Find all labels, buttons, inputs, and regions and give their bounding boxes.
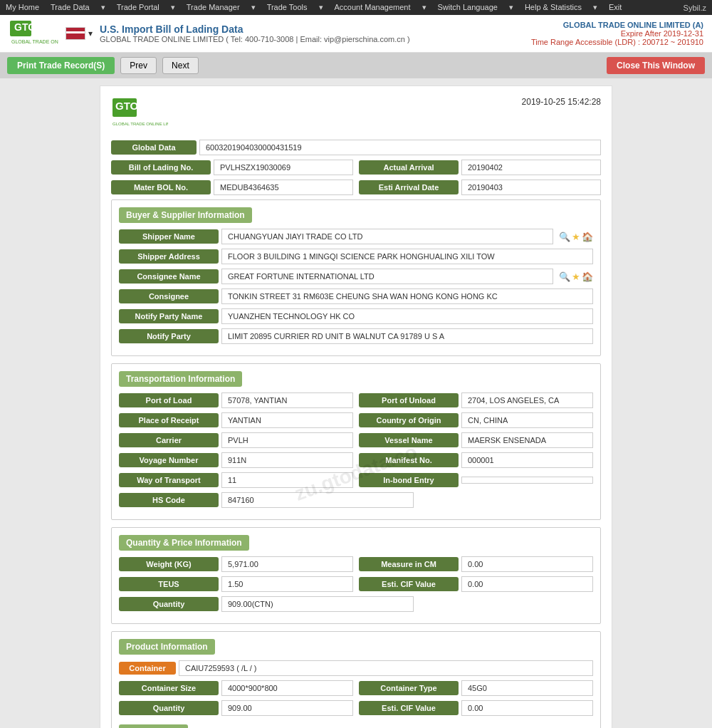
- header-right: GLOBAL TRADE ONLINE LIMITED (A) Expire A…: [531, 21, 703, 46]
- teus-label: TEUS: [119, 577, 219, 591]
- product-section: Product Information Container CAIU725959…: [111, 631, 601, 728]
- container-size-row: Container Size 4000*900*800 Container Ty…: [119, 680, 593, 696]
- container-size-label: Container Size: [119, 681, 219, 695]
- vessel-name-label: Vessel Name: [359, 433, 459, 447]
- container-type-label: Container Type: [359, 681, 459, 695]
- product-desc-header: Product Desc: [119, 724, 188, 728]
- carrier-label: Carrier: [119, 433, 219, 447]
- nav-account-management[interactable]: Account Management: [335, 3, 411, 12]
- next-button-top[interactable]: Next: [162, 57, 199, 74]
- consignee-star-icon[interactable]: ★: [572, 271, 580, 282]
- carrier-value: PVLH: [221, 432, 353, 448]
- way-transport-value: 11: [221, 472, 353, 488]
- transport-row: Way of Transport 11 In-bond Entry: [119, 472, 593, 488]
- consignee-name-value: GREAT FORTUNE INTERNATIONAL LTD: [221, 269, 553, 284]
- hs-code-label: HS Code: [119, 493, 219, 507]
- measure-label: Measure in CM: [359, 557, 459, 571]
- transportation-section: Transportation Information Port of Load …: [111, 363, 601, 520]
- hs-code-value: 847160: [221, 492, 414, 508]
- bol-value: PVLHSZX19030069: [214, 160, 353, 175]
- nav-my-home[interactable]: My Home: [6, 3, 39, 12]
- svg-text:GTO: GTO: [115, 100, 139, 112]
- top-toolbar: Print Trade Record(S) Prev Next Close Th…: [0, 53, 712, 78]
- carrier-row: Carrier PVLH Vessel Name MAERSK ENSENADA: [119, 432, 593, 448]
- voyage-number-label: Voyage Number: [119, 453, 219, 467]
- product-esti-cif-label: Esti. CIF Value: [359, 701, 459, 715]
- country-origin-label: Country of Origin: [359, 413, 459, 427]
- actual-arrival-label: Actual Arrival: [359, 160, 459, 175]
- product-quantity-label: Quantity: [119, 701, 219, 715]
- teus-row: TEUS 1.50 Esti. CIF Value 0.00: [119, 576, 593, 592]
- doc-header: GTO GLOBAL TRADE ONLINE LIMITED 2019-10-…: [111, 97, 601, 131]
- voyage-row: Voyage Number 911N Manifest No. 000001: [119, 452, 593, 468]
- nav-trade-tools[interactable]: Trade Tools: [267, 3, 308, 12]
- quantity-label: Quantity: [119, 597, 219, 611]
- header-bar: GTO GLOBAL TRADE ONLINE LTD ▾ U.S. Impor…: [0, 15, 712, 53]
- buyer-supplier-section: Buyer & Supplier Information Shipper Nam…: [111, 199, 601, 356]
- place-receipt-label: Place of Receipt: [119, 413, 219, 427]
- svg-text:GLOBAL TRADE ONLINE LIMITED: GLOBAL TRADE ONLINE LIMITED: [112, 122, 168, 126]
- quantity-row: Quantity 909.00(CTN): [119, 596, 593, 612]
- nav-switch-language[interactable]: Switch Language: [438, 3, 498, 12]
- product-quantity-row: Quantity 909.00 Esti. CIF Value 0.00: [119, 700, 593, 716]
- manifest-no-value: 000001: [461, 452, 593, 468]
- nav-help-statistics[interactable]: Help & Statistics: [525, 3, 582, 12]
- company-name: GLOBAL TRADE ONLINE LIMITED (A): [531, 21, 703, 29]
- time-range: Time Range Accessible (LDR) : 200712 ~ 2…: [531, 38, 703, 46]
- notify-party-name-value: YUANZHEN TECHNOLOGY HK CO: [221, 308, 593, 324]
- nav-trade-manager[interactable]: Trade Manager: [187, 3, 240, 12]
- shipper-name-value: CHUANGYUAN JIAYI TRADE CO LTD: [221, 229, 553, 244]
- weight-row: Weight (KG) 5,971.00 Measure in CM 0.00: [119, 556, 593, 572]
- quantity-price-section: Quantity & Price Information Weight (KG)…: [111, 527, 601, 624]
- shipper-name-label: Shipper Name: [119, 229, 219, 244]
- bol-label: Bill of Lading No.: [111, 160, 211, 175]
- svg-text:GLOBAL TRADE ONLINE LTD: GLOBAL TRADE ONLINE LTD: [11, 39, 58, 44]
- master-bol-row: Mater BOL No. MEDUB4364635 Esti Arrival …: [111, 180, 601, 195]
- notify-party-name-row: Notify Party Name YUANZHEN TECHNOLOGY HK…: [119, 308, 593, 324]
- teus-value: 1.50: [221, 576, 353, 592]
- esti-arrival-value: 20190403: [461, 180, 601, 195]
- shipper-home-icon[interactable]: 🏠: [582, 232, 593, 242]
- doc-timestamp: 2019-10-25 15:42:28: [522, 97, 601, 107]
- prev-button-top[interactable]: Prev: [120, 57, 157, 74]
- global-data-row: Global Data 6003201904030000431519: [111, 140, 601, 155]
- place-receipt-value: YANTIAN: [221, 412, 353, 428]
- print-button-top[interactable]: Print Trade Record(S): [7, 57, 115, 74]
- flag-box: ▾: [66, 27, 93, 40]
- quantity-price-header: Quantity & Price Information: [119, 535, 249, 551]
- transportation-header: Transportation Information: [119, 371, 242, 387]
- notify-party-label: Notify Party: [119, 329, 219, 343]
- consignee-search-icon[interactable]: 🔍: [559, 271, 570, 282]
- header-subtitle: GLOBAL TRADE ONLINE LIMITED ( Tel: 400-7…: [100, 35, 410, 43]
- hs-code-row: HS Code 847160: [119, 492, 593, 508]
- product-quantity-value: 909.00: [221, 700, 353, 716]
- manifest-no-label: Manifest No.: [359, 453, 459, 467]
- consignee-home-icon[interactable]: 🏠: [582, 271, 593, 282]
- voyage-number-value: 911N: [221, 452, 353, 468]
- notify-party-row: Notify Party LIMIT 20895 CURRIER RD UNIT…: [119, 328, 593, 344]
- shipper-search-icon[interactable]: 🔍: [559, 232, 570, 242]
- shipper-address-label: Shipper Address: [119, 249, 219, 264]
- esti-cif-value: 0.00: [461, 576, 593, 592]
- container-type-value: 45G0: [461, 680, 593, 696]
- flag-dropdown-icon[interactable]: ▾: [88, 28, 93, 38]
- document-card: zu.gtodata.co GTO GLOBAL TRADE ONLINE LI…: [100, 85, 612, 728]
- nav-trade-data[interactable]: Trade Data: [51, 3, 90, 12]
- notify-party-name-label: Notify Party Name: [119, 309, 219, 323]
- nav-exit[interactable]: Exit: [609, 3, 622, 12]
- container-label: Container: [119, 662, 176, 675]
- doc-logo: GTO GLOBAL TRADE ONLINE LIMITED: [111, 97, 168, 131]
- close-button-top[interactable]: Close This Window: [607, 57, 705, 74]
- shipper-address-row: Shipper Address FLOOR 3 BUILDING 1 MINGQ…: [119, 249, 593, 264]
- product-header: Product Information: [119, 639, 215, 655]
- nav-trade-portal[interactable]: Trade Portal: [117, 3, 159, 12]
- shipper-name-row: Shipper Name CHUANGYUAN JIAYI TRADE CO L…: [119, 229, 593, 244]
- actual-arrival-value: 20190402: [461, 160, 601, 175]
- shipper-address-value: FLOOR 3 BUILDING 1 MINGQI SCIENCE PARK H…: [221, 249, 593, 264]
- port-load-value: 57078, YANTIAN: [221, 392, 353, 408]
- shipper-star-icon[interactable]: ★: [572, 232, 580, 242]
- container-value: CAIU7259593 ( /L / ): [179, 660, 593, 676]
- port-unload-value: 2704, LOS ANGELES, CA: [461, 392, 593, 408]
- weight-label: Weight (KG): [119, 557, 219, 571]
- nav-links: My Home Trade Data ▾ Trade Portal ▾ Trad…: [6, 3, 622, 12]
